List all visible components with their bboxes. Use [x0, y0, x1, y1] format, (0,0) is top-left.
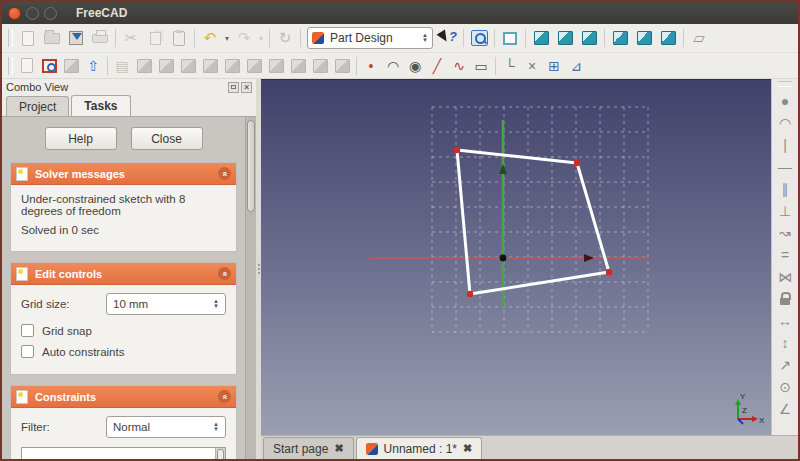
constraint-perpendicular-icon[interactable]: ⊥ — [773, 200, 797, 222]
partdesign-groove-icon[interactable] — [177, 56, 199, 76]
leave-sketch-icon[interactable]: ⇧ — [82, 56, 104, 76]
solver-messages-section: Solver messages « Under-constrained sket… — [10, 162, 237, 252]
grid-size-select[interactable]: 10 mm ▲▼ — [106, 293, 226, 315]
partdesign-pocket-icon[interactable] — [133, 56, 155, 76]
bottom-view-icon[interactable] — [632, 27, 656, 49]
sketch-circle-icon[interactable]: ◉ — [404, 56, 426, 76]
sketch-canvas: YZX — [261, 80, 771, 435]
partdesign-multitransform-icon[interactable] — [331, 56, 353, 76]
constraint-angle-icon[interactable]: ∠ — [773, 398, 797, 420]
constraints-list[interactable]: ▼ — [21, 447, 226, 459]
help-button[interactable]: Help — [45, 127, 117, 150]
constraints-header[interactable]: Constraints « — [11, 386, 236, 408]
front-view-icon[interactable] — [529, 27, 553, 49]
sketch-point-icon[interactable]: • — [360, 56, 382, 76]
panel-float-icon[interactable] — [228, 82, 239, 93]
partdesign-pad-icon[interactable]: ▤ — [111, 56, 133, 76]
panel-close-icon[interactable]: ✕ — [241, 82, 252, 93]
constraint-distance-x-icon[interactable]: ↔ — [773, 310, 797, 332]
toolbar-grip[interactable] — [8, 57, 13, 75]
constraint-tangent-icon[interactable]: ↝ — [773, 222, 797, 244]
left-view-icon[interactable] — [656, 27, 680, 49]
constraint-symmetric-icon[interactable]: ⋈ — [773, 266, 797, 288]
undo-icon[interactable]: ↶ — [198, 27, 222, 49]
copy-icon[interactable] — [143, 27, 167, 49]
constraint-radius-icon[interactable]: ⊙ — [773, 376, 797, 398]
print-icon[interactable] — [88, 27, 112, 49]
edit-controls-header[interactable]: Edit controls « — [11, 263, 236, 285]
sketch-rectangle-icon[interactable]: ▭ — [470, 56, 492, 76]
constraint-length-icon[interactable]: ↗ — [773, 354, 797, 376]
refresh-icon[interactable]: ↻ — [273, 27, 297, 49]
auto-constraints-checkbox[interactable] — [21, 345, 34, 358]
constraint-coincident-icon[interactable]: ● — [773, 90, 797, 112]
axonometric-view-icon[interactable] — [498, 27, 522, 49]
external-geometry-icon[interactable]: ⊞ — [543, 56, 565, 76]
toolbar-grip[interactable] — [8, 29, 13, 47]
top-view-icon[interactable] — [553, 27, 577, 49]
measure-distance-icon[interactable]: ▱ — [687, 27, 711, 49]
collapse-icon[interactable]: « — [218, 390, 231, 403]
tab-close-icon[interactable]: ✖ — [463, 442, 472, 455]
sketch-arc-icon[interactable]: ◠ — [382, 56, 404, 76]
construction-mode-icon[interactable]: ⊿ — [565, 56, 587, 76]
partdesign-chamfer-icon[interactable] — [221, 56, 243, 76]
window-close-button[interactable] — [8, 7, 21, 20]
undo-dropdown-icon[interactable]: ▾ — [222, 27, 232, 49]
workbench-selector[interactable]: Part Design ▲▼ — [307, 27, 433, 49]
titlebar[interactable]: FreeCAD — [2, 2, 798, 24]
window-minimize-button[interactable] — [26, 7, 39, 20]
cut-icon[interactable]: ✂ — [119, 27, 143, 49]
partdesign-revolution-icon[interactable] — [155, 56, 177, 76]
partdesign-draft-icon[interactable] — [243, 56, 265, 76]
fit-all-icon[interactable] — [467, 27, 491, 49]
workbench-selector-value: Part Design — [330, 31, 393, 45]
tasks-scrollbar[interactable] — [245, 117, 256, 459]
constraint-block-icon[interactable] — [773, 288, 797, 310]
tab-project[interactable]: Project — [6, 96, 69, 116]
tab-tasks[interactable]: Tasks — [71, 95, 130, 116]
map-sketch-icon[interactable] — [60, 56, 82, 76]
grid-snap-checkbox[interactable] — [21, 324, 34, 337]
window-maximize-button[interactable] — [44, 7, 57, 20]
edit-sketch-icon[interactable] — [38, 56, 60, 76]
new-sketch-icon[interactable] — [16, 56, 38, 76]
redo-dropdown-icon[interactable]: ▾ — [256, 27, 266, 49]
right-view-icon[interactable] — [577, 27, 601, 49]
grid-size-spinner[interactable]: ▲▼ — [207, 299, 219, 309]
constraint-parallel-icon[interactable]: ∥ — [773, 178, 797, 200]
tab-unnamed-document[interactable]: Unnamed : 1* ✖ — [356, 437, 483, 459]
sketch-fillet-icon[interactable]: └ — [499, 56, 521, 76]
paste-icon[interactable] — [167, 27, 191, 49]
partdesign-fillet-icon[interactable] — [199, 56, 221, 76]
collapse-icon[interactable]: « — [218, 167, 231, 180]
constraint-equal-icon[interactable]: = — [773, 244, 797, 266]
open-file-icon[interactable] — [40, 27, 64, 49]
tasks-scrollbar-thumb[interactable] — [247, 120, 255, 212]
tab-close-icon[interactable]: ✖ — [334, 442, 343, 455]
new-file-icon[interactable] — [16, 27, 40, 49]
sketch-line-icon[interactable]: ╱ — [426, 56, 448, 76]
filter-select[interactable]: Normal ▲▼ — [106, 416, 226, 438]
sketch-trim-icon[interactable]: × — [521, 56, 543, 76]
solver-messages-header[interactable]: Solver messages « — [11, 163, 236, 185]
partdesign-linear-pattern-icon[interactable] — [287, 56, 309, 76]
sketch-polyline-icon[interactable]: ∿ — [448, 56, 470, 76]
3d-viewport[interactable]: YZX — [261, 79, 771, 435]
partdesign-mirrored-icon[interactable] — [265, 56, 287, 76]
save-icon[interactable] — [64, 27, 88, 49]
constraint-distance-y-icon[interactable]: ↕ — [773, 332, 797, 354]
toolbar-grip[interactable] — [778, 81, 792, 87]
redo-icon[interactable]: ↷ — [232, 27, 256, 49]
tab-start-page[interactable]: Start page ✖ — [263, 437, 354, 459]
collapse-icon[interactable]: « — [218, 267, 231, 280]
whats-this-icon[interactable] — [436, 27, 460, 49]
partdesign-polar-pattern-icon[interactable] — [309, 56, 331, 76]
workbench-selector-spinner[interactable]: ▲▼ — [416, 33, 428, 43]
rear-view-icon[interactable] — [608, 27, 632, 49]
constraint-point-on-object-icon[interactable]: ◠ — [773, 112, 797, 134]
constraint-horizontal-icon[interactable]: — — [773, 156, 797, 178]
close-button[interactable]: Close — [131, 127, 203, 150]
constraint-vertical-icon[interactable]: | — [773, 134, 797, 156]
filter-spinner[interactable]: ▲▼ — [207, 422, 219, 432]
